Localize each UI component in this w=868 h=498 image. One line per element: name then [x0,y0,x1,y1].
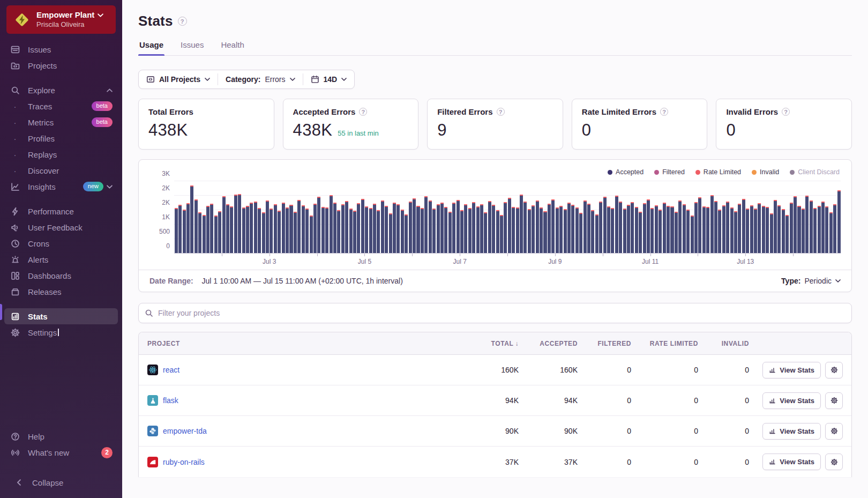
chart-bar[interactable] [190,185,193,253]
chart-bar[interactable] [543,211,547,253]
chart-bar[interactable] [492,205,495,253]
chart-bar[interactable] [655,205,658,254]
chart-bar[interactable] [722,205,725,254]
chart-bar[interactable] [758,203,761,253]
chart-bar[interactable] [357,203,360,253]
project-link[interactable]: ruby-on-rails [163,458,205,466]
chart-bar[interactable] [178,205,182,253]
chart-bar[interactable] [421,208,424,253]
sidebar-item-whats-new[interactable]: What's new 2 [4,444,118,460]
chart-bar[interactable] [516,207,519,253]
chart-bar[interactable] [457,200,460,253]
chart-bar[interactable] [305,209,309,253]
chart-bar[interactable] [523,202,527,253]
project-settings-button[interactable] [825,392,843,409]
chart-bar[interactable] [313,204,317,253]
chart-bar[interactable] [270,209,273,253]
sidebar-item-insights[interactable]: Insights new [4,179,118,195]
chart-bar[interactable] [774,200,777,253]
category-dropdown[interactable]: Category: Errors [218,75,302,84]
chart-bar[interactable] [365,206,368,253]
chart-bar[interactable] [401,210,404,253]
chart-bar[interactable] [650,208,654,253]
chart-bar[interactable] [683,204,686,253]
chart-bar[interactable] [575,207,579,253]
chart-bar[interactable] [777,205,781,254]
chart-bar[interactable] [440,203,444,253]
chart-bar[interactable] [289,205,293,253]
sidebar-item-stats[interactable]: Stats [4,308,118,324]
chart-bar[interactable] [226,204,229,253]
chart-bar[interactable] [730,207,734,253]
chart-bar[interactable] [254,202,257,253]
chart-bar[interactable] [234,195,237,253]
project-link[interactable]: empower-tda [163,427,207,435]
chart-bar[interactable] [508,198,511,253]
help-icon[interactable]: ? [497,108,505,116]
chart-bar[interactable] [746,209,749,253]
chart-bar[interactable] [770,213,773,254]
chart-bar[interactable] [464,204,467,253]
chart-bar[interactable] [619,202,622,253]
project-link[interactable]: react [163,366,179,374]
chart-bar[interactable] [714,201,717,253]
sidebar-item-traces[interactable]: · Traces beta [4,98,118,114]
chart-bar[interactable] [833,204,836,253]
col-invalid[interactable]: INVALID [698,340,749,347]
chart-bar[interactable] [325,207,328,253]
project-filter-dropdown[interactable]: All Projects [139,75,218,84]
chart-bar[interactable] [393,203,396,253]
chart-bar[interactable] [579,213,582,253]
col-filtered[interactable]: FILTERED [578,340,631,347]
chart-bar[interactable] [460,210,463,253]
tab-usage[interactable]: Usage [138,40,164,55]
help-icon[interactable]: ? [660,108,668,116]
chart-bar[interactable] [551,199,555,253]
chart-bar[interactable] [794,196,797,253]
chart-bar[interactable] [345,201,348,253]
chart-bar[interactable] [754,209,757,253]
chart-bar[interactable] [567,203,571,253]
sidebar-item-issues[interactable]: Issues [4,41,118,57]
chart-bar[interactable] [591,210,594,253]
chart-bar[interactable] [790,203,793,253]
chart-bar[interactable] [409,202,412,253]
org-switcher[interactable]: Empower Plant Priscila Oliveira [6,5,116,34]
chart-bar[interactable] [797,206,800,253]
sidebar-item-releases[interactable]: Releases [4,284,118,300]
sidebar-item-dashboards[interactable]: Dashboards [4,267,118,284]
chart-bar[interactable] [718,210,721,253]
chart-bar[interactable] [297,200,301,253]
sidebar-collapse-button[interactable]: Collapse [9,474,114,490]
chart-bar[interactable] [282,203,285,253]
chart-bar[interactable] [203,215,206,253]
col-accepted[interactable]: ACCEPTED [519,340,578,347]
chart-bar[interactable] [369,208,372,253]
view-stats-button[interactable]: View Stats [762,392,821,409]
chart-bar[interactable] [667,206,670,253]
chart-bar[interactable] [238,194,241,253]
chart-bar[interactable] [631,202,634,253]
chart-bar[interactable] [389,213,392,253]
chart-bar[interactable] [805,196,809,253]
sidebar-item-alerts[interactable]: Alerts [4,251,118,267]
chart-bar[interactable] [413,198,416,253]
chart-bar[interactable] [214,215,218,253]
chart-bar[interactable] [520,195,523,253]
chart-bar[interactable] [377,210,380,253]
chart-bar[interactable] [480,204,483,253]
chart-bar[interactable] [385,206,388,253]
chart-bar[interactable] [587,204,590,253]
sidebar-item-projects[interactable]: Projects [4,57,118,73]
chart-bar[interactable] [532,205,535,253]
chart-bar[interactable] [726,202,729,253]
col-rate-limited[interactable]: RATE LIMITED [631,340,698,347]
chart-bar[interactable] [821,202,825,253]
legend-item[interactable]: Client Discard [790,168,840,176]
chart-bar[interactable] [274,204,277,253]
chart-bar[interactable] [310,215,313,253]
chart-bar[interactable] [706,207,709,253]
chart-bar[interactable] [266,200,269,253]
legend-item[interactable]: Rate Limited [695,168,741,176]
chart-bar[interactable] [686,210,690,253]
